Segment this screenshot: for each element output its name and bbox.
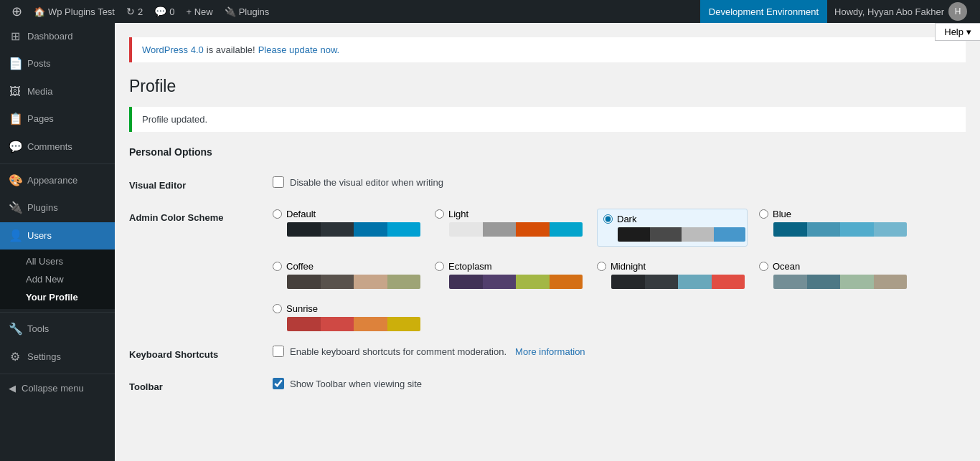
swatch (354, 275, 387, 289)
sidebar-item-plugins[interactable]: 🔌 Plugins (0, 194, 115, 222)
media-icon: 🖼 (9, 84, 22, 100)
sidebar-item-dashboard[interactable]: ⊞ Dashboard (0, 23, 115, 50)
sidebar-item-label: Dashboard (27, 30, 73, 43)
keyboard-shortcuts-checkbox-label[interactable]: Enable keyboard shortcuts for comment mo… (273, 346, 966, 357)
sidebar-item-all-users[interactable]: All Users (0, 252, 115, 270)
color-scheme-coffee[interactable]: Coffee (273, 261, 423, 289)
color-scheme-midnight-radio[interactable] (597, 262, 606, 271)
wp-icon: ⊕ (11, 4, 22, 19)
tools-icon: 🔧 (9, 321, 22, 337)
color-scheme-coffee-label: Coffee (286, 261, 314, 272)
posts-icon: 📄 (9, 56, 22, 72)
sidebar-item-appearance[interactable]: 🎨 Appearance (0, 167, 115, 194)
swatch (874, 275, 908, 289)
color-scheme-midnight[interactable]: Midnight (597, 261, 748, 289)
keyboard-shortcuts-text: Enable keyboard shortcuts for comment mo… (290, 346, 507, 357)
color-scheme-blue[interactable]: Blue (759, 209, 910, 247)
help-tab[interactable]: Help ▾ (935, 23, 980, 41)
toolbar-row: Toolbar Show Toolbar when viewing site (129, 371, 966, 403)
swatch (712, 275, 745, 289)
sidebar-item-posts[interactable]: 📄 Posts (0, 50, 115, 77)
plugins-icon: 🔌 (225, 6, 236, 17)
toolbar-checkbox[interactable] (273, 378, 284, 389)
howdy-item[interactable]: Howdy, Hyyan Abo Fakher H (827, 0, 974, 23)
swatch (287, 275, 321, 289)
updates-icon: ↻ (126, 6, 135, 17)
sidebar-item-media[interactable]: 🖼 Media (0, 78, 115, 105)
comments-item[interactable]: 💬 0 (149, 0, 180, 23)
wp-logo[interactable]: ⊕ (6, 0, 28, 23)
users-icon: 👤 (9, 228, 22, 244)
color-swatches-default (287, 222, 420, 237)
sidebar-item-add-new[interactable]: Add New (0, 270, 115, 288)
update-now-link[interactable]: Please update now. (258, 44, 339, 55)
swatch (714, 227, 746, 242)
keyboard-shortcuts-more-info-link[interactable]: More information (515, 346, 585, 357)
visual-editor-row: Visual Editor Disable the visual editor … (129, 169, 966, 201)
sidebar-item-comments[interactable]: 💬 Comments (0, 133, 115, 161)
collapse-label: Collapse menu (22, 383, 84, 394)
settings-icon: ⚙ (9, 349, 22, 365)
visual-editor-checkbox[interactable] (273, 176, 284, 188)
swatch (354, 222, 387, 237)
color-scheme-ocean[interactable]: Ocean (759, 261, 910, 289)
color-scheme-ectoplasm-radio[interactable] (435, 262, 444, 271)
plugins-item[interactable]: 🔌 Plugins (219, 0, 275, 23)
swatch (650, 227, 682, 242)
collapse-icon: ◀ (9, 383, 16, 394)
swatch (682, 227, 714, 242)
color-scheme-row: Admin Color Scheme Default (129, 201, 966, 338)
swatch (807, 222, 841, 237)
profile-updated-text: Profile updated. (142, 114, 207, 125)
home-icon: 🏠 (34, 6, 45, 17)
color-scheme-coffee-radio[interactable] (273, 262, 282, 271)
color-scheme-sunrise[interactable]: Sunrise (273, 303, 423, 331)
color-scheme-default[interactable]: Default (273, 209, 423, 247)
toolbar-checkbox-text: Show Toolbar when viewing site (290, 379, 422, 389)
collapse-menu-item[interactable]: ◀ Collapse menu (0, 377, 115, 399)
swatch (321, 222, 354, 237)
sidebar-item-label: Plugins (27, 201, 58, 214)
site-name-label: Wp Plugins Test (48, 6, 115, 17)
color-scheme-blue-radio[interactable] (759, 209, 768, 219)
color-scheme-light[interactable]: Light (435, 209, 585, 247)
color-scheme-dark[interactable]: Dark (597, 209, 748, 247)
keyboard-shortcuts-checkbox[interactable] (273, 346, 284, 357)
comments-menu-icon: 💬 (9, 139, 22, 155)
updates-item[interactable]: ↻ 2 (121, 0, 149, 23)
color-scheme-default-radio[interactable] (273, 209, 282, 219)
sidebar-item-label: Tools (27, 323, 49, 336)
swatch (773, 275, 807, 289)
sidebar-item-your-profile[interactable]: Your Profile (0, 288, 115, 306)
site-name-item[interactable]: 🏠 Wp Plugins Test (28, 0, 121, 23)
sidebar-item-tools[interactable]: 🔧 Tools (0, 315, 115, 343)
color-scheme-light-radio[interactable] (435, 209, 444, 219)
swatch (550, 275, 583, 289)
sidebar-item-settings[interactable]: ⚙ Settings (0, 343, 115, 371)
swatch (874, 222, 908, 237)
color-swatches-sunrise (287, 317, 420, 331)
color-swatches-coffee (287, 275, 420, 289)
swatch (618, 227, 650, 242)
swatch (354, 317, 387, 331)
wp-version-link[interactable]: WordPress 4.0 (142, 44, 204, 55)
visual-editor-checkbox-label[interactable]: Disable the visual editor when writing (273, 176, 966, 188)
color-scheme-ectoplasm[interactable]: Ectoplasm (435, 261, 585, 289)
color-scheme-dark-radio[interactable] (603, 214, 613, 224)
keyboard-shortcuts-td: Enable keyboard shortcuts for comment mo… (273, 338, 966, 371)
swatch (773, 222, 807, 237)
sidebar-item-pages[interactable]: 📋 Pages (0, 105, 115, 133)
color-scheme-ocean-radio[interactable] (759, 262, 768, 271)
new-content-item[interactable]: + New (180, 0, 218, 23)
swatch (387, 275, 421, 289)
color-swatches-blue (773, 222, 907, 237)
swatch (483, 275, 517, 289)
color-swatches-midnight (611, 275, 745, 289)
swatch (483, 222, 517, 237)
color-scheme-midnight-label: Midnight (611, 261, 646, 272)
toolbar-checkbox-label[interactable]: Show Toolbar when viewing site (273, 378, 966, 389)
sidebar-item-users[interactable]: 👤 Users (0, 222, 115, 249)
color-scheme-sunrise-radio[interactable] (273, 304, 282, 313)
toolbar-th: Toolbar (129, 371, 273, 403)
color-scheme-light-label: Light (448, 209, 468, 219)
